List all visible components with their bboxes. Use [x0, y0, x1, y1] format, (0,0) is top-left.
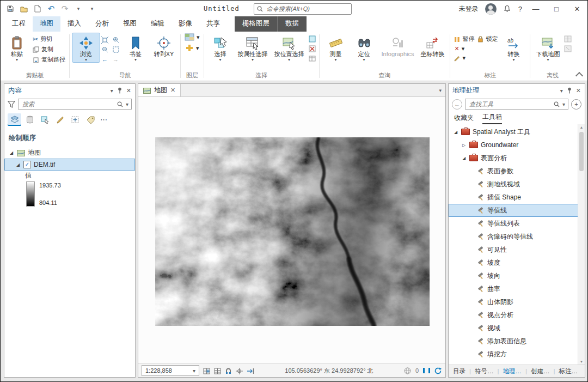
tool-item-10[interactable]: 坡度 — [449, 256, 578, 269]
toolbox-item-0[interactable]: ◢Spatial Analyst 工具 — [449, 125, 578, 138]
tool-item-17[interactable]: 填挖方 — [449, 348, 578, 361]
sync-map-icon[interactable] — [564, 35, 572, 43]
remove-label-button[interactable]: ✕ ▾ — [453, 45, 475, 52]
tool-item-13[interactable]: 山体阴影 — [449, 295, 578, 308]
tool-item-8[interactable]: 含障碍的等值线 — [449, 230, 578, 243]
tool-item-3[interactable]: 表面参数 — [449, 165, 578, 178]
contextual-tab-raster-layer[interactable]: 栅格图层 — [235, 16, 277, 32]
notifications-globe-icon[interactable] — [404, 367, 411, 374]
dock-tab-0[interactable]: 目录 — [453, 367, 465, 375]
previous-extent-icon[interactable]: ← — [101, 56, 109, 63]
lock-labels-button[interactable]: 锁定 — [476, 35, 499, 43]
fixed-zoom-in-icon[interactable] — [112, 36, 120, 44]
ribbon-tab-5[interactable]: 编辑 — [144, 16, 171, 32]
ribbon-tab-0[interactable]: 工程 — [5, 16, 33, 32]
filter-funnel-icon[interactable] — [8, 100, 15, 108]
dock-tab-4[interactable]: 标注… — [559, 367, 578, 375]
scroll-up-icon[interactable]: ▲ — [578, 125, 585, 129]
customize-toolbar-chevron-icon[interactable]: ▾ — [88, 4, 96, 13]
undo-history-chevron-icon[interactable]: ▾ — [74, 4, 83, 13]
layer-visibility-checkbox[interactable]: ✓ — [23, 161, 31, 168]
tool-item-6[interactable]: 等值线 — [449, 204, 578, 217]
tool-item-9[interactable]: 可见性 — [449, 243, 578, 256]
toolbox-item-2[interactable]: ◢表面分析 — [449, 151, 578, 165]
copy-button[interactable]: 复制 — [32, 45, 66, 53]
ribbon-tab-6[interactable]: 影像 — [171, 16, 199, 32]
save-icon[interactable] — [6, 4, 15, 13]
tool-item-15[interactable]: 视域 — [449, 322, 578, 335]
scale-combo[interactable]: 1:228,858 ▾ — [142, 365, 199, 376]
flow-direction-icon[interactable] — [247, 367, 254, 374]
find-tools-search-box[interactable]: ▾ — [465, 99, 568, 110]
pause-drawing-button[interactable] — [423, 368, 430, 373]
search-options-chevron-icon[interactable]: ▾ — [126, 101, 128, 107]
dock-tab-3[interactable]: 创建… — [531, 367, 550, 375]
explore-button[interactable]: 浏览 ▾ — [72, 33, 100, 62]
ribbon-tab-4[interactable]: 视图 — [116, 16, 144, 32]
list-by-drawing-order-button[interactable] — [8, 113, 21, 126]
snapping-toggle-icon[interactable] — [225, 367, 232, 374]
notifications-bell-icon[interactable] — [503, 4, 512, 13]
list-by-snapping-button[interactable] — [69, 113, 82, 126]
new-document-icon[interactable] — [33, 4, 42, 13]
command-search-box[interactable] — [254, 3, 352, 15]
select-all-icon[interactable] — [308, 35, 316, 43]
tab-toolboxes[interactable]: 工具箱 — [482, 112, 502, 124]
close-button[interactable]: ✕ — [570, 5, 584, 13]
tool-item-4[interactable]: 测地线视域 — [449, 178, 578, 191]
dock-tab-2[interactable]: 地理… — [503, 367, 522, 375]
contextual-tab-data[interactable]: 数据 — [277, 16, 307, 32]
convert-labels-button[interactable]: ab 转换 ▾ — [500, 33, 527, 62]
pin-icon[interactable] — [117, 87, 122, 94]
basemap-button[interactable]: ▾ — [183, 33, 201, 41]
scrollbar[interactable]: ▲ ▼ — [578, 124, 585, 365]
close-tab-icon[interactable]: ✕ — [170, 87, 175, 94]
map-view-tab[interactable]: 地图 ✕ — [138, 84, 181, 96]
dock-tab-1[interactable]: 符号… — [475, 367, 494, 375]
tool-item-7[interactable]: 等值线列表 — [449, 217, 578, 230]
crosshair-icon[interactable] — [236, 367, 243, 374]
tab-favorites[interactable]: 收藏夹 — [454, 113, 474, 124]
tool-item-11[interactable]: 坡向 — [449, 269, 578, 282]
close-pane-icon[interactable]: ✕ — [126, 87, 131, 94]
ribbon-tab-2[interactable]: 插入 — [60, 16, 88, 32]
collapse-icon[interactable]: ◢ — [9, 150, 14, 155]
sign-in-status[interactable]: 未登录 — [459, 4, 479, 14]
minimize-button[interactable]: — — [529, 5, 543, 13]
clear-selection-icon[interactable] — [308, 45, 316, 52]
select-by-attributes-button[interactable]: 按属性选择 ▾ — [235, 33, 271, 62]
command-search-input[interactable] — [266, 5, 348, 13]
select-button[interactable]: 选择 ▾ — [207, 33, 234, 62]
label-edit-button[interactable]: ▾ — [453, 54, 475, 62]
pane-menu-chevron-icon[interactable]: ▾ — [560, 88, 563, 94]
tool-item-5[interactable]: 插值 Shape — [449, 191, 578, 204]
contents-toolbar-more-button[interactable]: ⋯ — [100, 116, 108, 124]
bookmarks-button[interactable]: 书签 ▾ — [122, 33, 149, 62]
list-by-labeling-button[interactable] — [84, 113, 97, 126]
contents-search-input[interactable] — [21, 100, 114, 108]
add-data-button[interactable]: ▾ — [184, 44, 200, 52]
dem-layer-item[interactable]: ◢ ✓ DEM.tif — [4, 159, 135, 171]
basemap-grid-icon[interactable] — [203, 367, 210, 374]
collapse-icon[interactable]: ◢ — [15, 162, 21, 167]
export-map-icon[interactable] — [564, 45, 572, 52]
selection-attributes-icon[interactable] — [308, 54, 316, 62]
pin-icon[interactable] — [567, 87, 572, 94]
close-pane-icon[interactable]: ✕ — [576, 87, 581, 94]
fixed-zoom-out-icon[interactable] — [101, 46, 109, 53]
tool-item-16[interactable]: 添加表面信息 — [449, 335, 578, 348]
measure-button[interactable]: 测量 ▾ — [322, 33, 350, 62]
copy-path-button[interactable]: 复制路径 — [32, 56, 66, 64]
ribbon-tab-3[interactable]: 分析 — [88, 16, 116, 32]
expand-icon[interactable]: ▷ — [461, 143, 467, 148]
search-options-chevron-icon[interactable]: ▾ — [562, 101, 565, 107]
collapse-icon[interactable]: ◢ — [453, 130, 458, 135]
download-map-button[interactable]: 下载地图 ▾ — [533, 33, 562, 62]
list-by-editing-button[interactable] — [53, 113, 67, 126]
tab-list-chevron-icon[interactable]: ▾ — [435, 84, 445, 96]
user-avatar[interactable] — [485, 3, 497, 15]
pane-menu-chevron-icon[interactable]: ▾ — [111, 88, 113, 94]
list-by-selection-button[interactable] — [38, 113, 52, 126]
map-canvas[interactable] — [138, 97, 445, 363]
locate-button[interactable]: 定位 ▾ — [351, 33, 378, 62]
